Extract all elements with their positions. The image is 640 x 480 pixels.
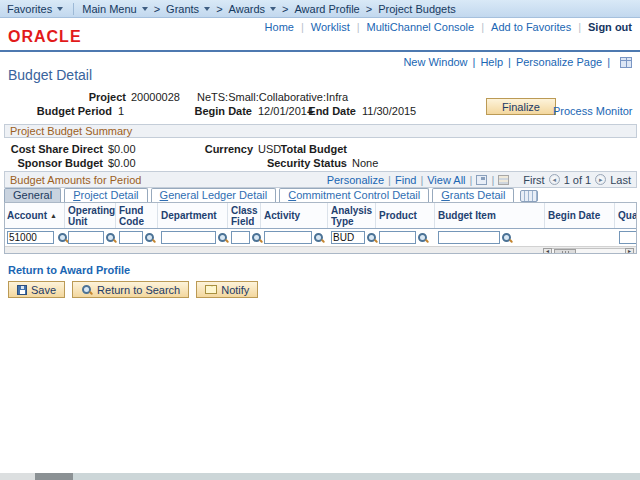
class-field-input[interactable]	[231, 231, 250, 244]
oracle-logo: ORACLE	[8, 28, 82, 46]
show-all-columns-icon[interactable]	[520, 190, 538, 202]
grid-controls: Personalize | Find | View All | | First …	[327, 174, 631, 186]
scroll-right-icon[interactable]: ▸	[625, 248, 634, 254]
scroll-left-icon[interactable]: ◂	[543, 248, 552, 254]
column-header-budget-item[interactable]: Budget Item	[436, 203, 545, 228]
budget-item-lookup-icon[interactable]	[501, 232, 513, 244]
grid-header-row: Account▲ Operating Unit Fund Code Depart…	[5, 203, 636, 229]
breadcrumb-item-project-budgets[interactable]: Project Budgets	[378, 3, 456, 15]
sign-out-link[interactable]: Sign out	[588, 21, 632, 33]
security-status-value: None	[352, 157, 378, 169]
column-header-fund-code[interactable]: Fund Code	[117, 203, 158, 228]
page-layout-icon[interactable]	[620, 57, 632, 68]
fund-code-input[interactable]	[119, 231, 143, 244]
tab-project-detail[interactable]: Project Detail	[64, 188, 147, 202]
analysis-type-input[interactable]	[331, 231, 365, 244]
sponsor-budget-value: $0.00	[108, 157, 136, 169]
breadcrumb-separator: >	[366, 3, 372, 15]
department-input[interactable]	[161, 231, 216, 244]
pager-next-icon[interactable]: ▸	[595, 174, 606, 185]
activity-input[interactable]	[264, 231, 312, 244]
department-lookup-icon[interactable]	[217, 232, 229, 244]
tab-general[interactable]: General	[4, 188, 61, 202]
pager-count: 1 of 1	[564, 174, 592, 186]
awards-label: Awards	[229, 3, 265, 15]
end-date-value: 11/30/2015	[362, 105, 416, 117]
tab-commitment-control-detail[interactable]: Commitment Control Detail	[279, 188, 429, 202]
grid-pager: First ◂ 1 of 1 ▸ Last	[523, 174, 631, 186]
column-header-operating-unit[interactable]: Operating Unit	[66, 203, 116, 228]
grid-title: Budget Amounts for Period	[10, 174, 141, 186]
return-to-award-profile-link[interactable]: Return to Award Profile	[8, 264, 130, 276]
breadcrumb-item-grants[interactable]: Grants	[166, 3, 210, 15]
envelope-icon	[205, 285, 217, 294]
personalize-page-link[interactable]: Personalize Page	[516, 56, 602, 68]
pager-last-label[interactable]: Last	[610, 174, 631, 186]
analysis-type-lookup-icon[interactable]	[366, 232, 378, 244]
link-separator: |	[481, 21, 484, 33]
pager-previous-icon[interactable]: ◂	[549, 174, 560, 185]
save-button[interactable]: Save	[8, 281, 65, 298]
add-to-favorites-link[interactable]: Add to Favorites	[491, 21, 571, 33]
window-bottom-scrollbar[interactable]	[0, 473, 640, 480]
column-header-product[interactable]: Product	[377, 203, 435, 228]
breadcrumb-separator: >	[216, 3, 222, 15]
activity-lookup-icon[interactable]	[313, 232, 325, 244]
download-icon[interactable]	[498, 175, 509, 185]
account-input[interactable]	[7, 231, 54, 244]
horizontal-scrollbar[interactable]: ◂ ▸	[543, 248, 634, 254]
link-separator: |	[420, 174, 423, 186]
view-all-link[interactable]: View All	[427, 174, 465, 186]
tab-grants-detail[interactable]: Grants Detail	[432, 188, 514, 202]
budget-period-label: Budget Period	[0, 105, 112, 117]
scrollbar-segment	[0, 473, 35, 480]
find-link[interactable]: Find	[395, 174, 416, 186]
dropdown-caret-icon	[57, 7, 63, 11]
column-header-quantity[interactable]: Quantity	[616, 203, 637, 228]
link-separator: |	[470, 174, 473, 186]
budget-amounts-grid: Account▲ Operating Unit Fund Code Depart…	[4, 202, 637, 254]
favorites-label: Favorites	[7, 3, 52, 15]
budget-amounts-header: Budget Amounts for Period Personalize | …	[4, 171, 637, 188]
pager-first-label[interactable]: First	[523, 174, 544, 186]
main-menu[interactable]: Main Menu	[82, 3, 147, 15]
project-budget-summary-header: Project Budget Summary	[4, 124, 637, 138]
return-to-search-button[interactable]: Return to Search	[72, 281, 189, 298]
scrollbar-thumb[interactable]	[35, 473, 73, 480]
scrollbar-track[interactable]	[552, 248, 625, 254]
process-monitor-link[interactable]: Process Monitor	[553, 105, 632, 117]
breadcrumb-item-awards[interactable]: Awards	[229, 3, 276, 15]
multichannel-console-link[interactable]: MultiChannel Console	[367, 21, 475, 33]
personalize-link[interactable]: Personalize	[327, 174, 384, 186]
column-header-analysis-type[interactable]: Analysis Type	[329, 203, 376, 228]
column-header-department[interactable]: Department	[159, 203, 228, 228]
scrollbar-thumb[interactable]	[554, 249, 576, 254]
help-link[interactable]: Help	[480, 56, 503, 68]
project-description: NeTS:Small:Collaborative:Infra	[197, 91, 348, 103]
app-header: ORACLE Home | Worklist | MultiChannel Co…	[0, 19, 640, 50]
notify-button[interactable]: Notify	[196, 281, 258, 298]
product-lookup-icon[interactable]	[417, 232, 429, 244]
dropdown-caret-icon	[142, 7, 148, 11]
link-separator: |	[491, 174, 494, 186]
class-field-lookup-icon[interactable]	[251, 232, 263, 244]
finalize-button[interactable]: Finalize	[486, 98, 556, 115]
home-link[interactable]: Home	[265, 21, 294, 33]
operating-unit-input[interactable]	[68, 231, 104, 244]
link-separator: |	[578, 21, 581, 33]
column-header-class-field[interactable]: Class Field	[229, 203, 261, 228]
fund-code-lookup-icon[interactable]	[144, 232, 156, 244]
column-header-begin-date[interactable]: Begin Date	[546, 203, 615, 228]
column-header-activity[interactable]: Activity	[262, 203, 328, 228]
worklist-link[interactable]: Worklist	[311, 21, 350, 33]
favorites-menu[interactable]: Favorites	[7, 3, 63, 15]
operating-unit-lookup-icon[interactable]	[105, 232, 117, 244]
budget-item-input[interactable]	[438, 231, 500, 244]
quantity-input[interactable]	[619, 231, 637, 244]
breadcrumb-item-award-profile[interactable]: Award Profile	[294, 3, 359, 15]
popout-grid-icon[interactable]	[476, 175, 487, 185]
column-header-account[interactable]: Account▲	[5, 203, 65, 228]
new-window-link[interactable]: New Window	[403, 56, 467, 68]
tab-general-ledger-detail[interactable]: General Ledger Detail	[151, 188, 277, 202]
product-input[interactable]	[379, 231, 416, 244]
